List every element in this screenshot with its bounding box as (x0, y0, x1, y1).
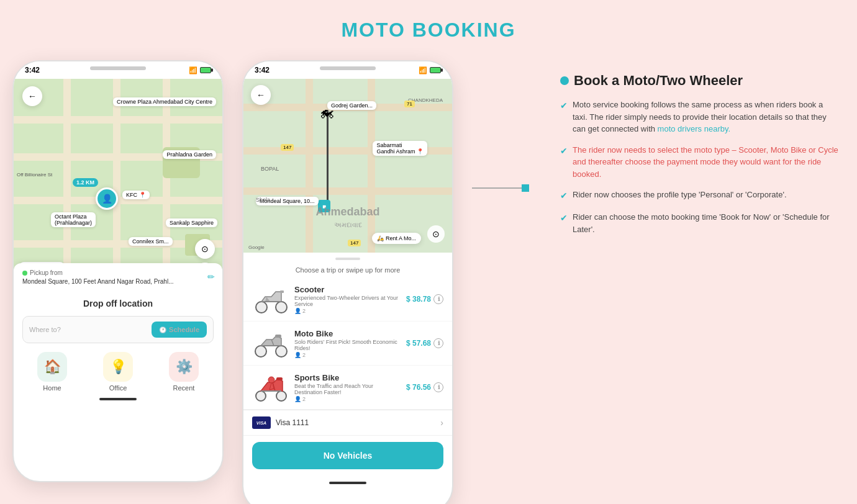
info-point-2-text: The rider now needs to select the moto t… (573, 144, 838, 181)
svg-point-6 (256, 391, 266, 401)
scooter-name: Scooter (294, 285, 401, 294)
phone1-map: Crowne Plaza Ahmedabad City Centre Prahl… (14, 79, 222, 290)
scooter-seats-count: 2 (302, 308, 306, 314)
location-pin: 👤 (96, 187, 118, 210)
map-label-connilex: Connilex Sm... (129, 237, 173, 246)
map2-bg: 🏍 ■ Godrej Garden... Mondeal Square, 10.… (243, 79, 452, 253)
map-road2 (306, 79, 313, 253)
wifi-icon: 📶 (189, 66, 197, 74)
location-btn[interactable]: ⊙ (195, 239, 215, 259)
bopal-label: BOPAL (261, 166, 279, 172)
edit-button[interactable]: ✏ (207, 272, 215, 282)
phone2-status-icons: 📶 (419, 66, 441, 74)
swipe-indicator (335, 258, 360, 260)
info-point-4: ✔ Rider can choose the moto booking time… (560, 211, 838, 235)
svg-point-4 (276, 346, 287, 357)
back-button2[interactable]: ← (251, 85, 271, 105)
godrej-label: Godrej Garden... (327, 101, 376, 110)
info-point-2: ✔ The rider now needs to select the moto… (560, 144, 838, 181)
map-label-sankalp: Sankalp Sapphire (166, 218, 217, 227)
highway-71: 71 (404, 101, 415, 107)
scooter-row[interactable]: Scooter Experienced Two-Wheeler Drivers … (243, 277, 452, 322)
sportsbike-info-icon[interactable]: ℹ (433, 382, 443, 392)
quick-loc-home[interactable]: 🏠 Home (37, 352, 67, 392)
distance-badge: 1.2 KM (73, 178, 98, 187)
main-content: 3:42 📶 Crowne Plaza Ahmedab (12, 60, 845, 504)
motobike-info: Moto Bike Solo Riders' First Pick! Smoot… (294, 329, 401, 358)
ahmedabad-guj: અમદાવાદ (334, 221, 362, 229)
person-icon: 👤 (102, 194, 112, 204)
info-point-1-text: Moto service booking follows the same pr… (573, 99, 838, 135)
payment-label: Visa 1111 (276, 418, 435, 427)
ashram-label: SabarmatiGandhi Ashram 📍 (373, 141, 427, 156)
phone2-notch: 3:42 📶 (243, 61, 452, 79)
svg-point-1 (276, 302, 287, 313)
home-label: Home (43, 384, 61, 392)
schedule-button[interactable]: 🕐 Schedule (152, 322, 207, 338)
highlight-red-2: The rider now needs to select the moto t… (573, 145, 838, 179)
connector-area (472, 184, 529, 192)
info-title-text: Book a Moto/Two Wheeler (574, 73, 743, 89)
rent-label: Rent A Mo... (386, 235, 416, 241)
scooter-desc: Experienced Two-Wheeler Drivers at Your … (294, 295, 401, 307)
motobike-seats: 👤 2 (294, 352, 401, 358)
map-label-octant: Octant Plaza(Prahladnagar) (51, 212, 96, 227)
trip-panel: Choose a trip or swipe up for more (243, 253, 452, 484)
motobike-row[interactable]: Moto Bike Solo Riders' First Pick! Smoot… (243, 322, 452, 366)
home-icon-container: 🏠 (37, 352, 67, 382)
phone2-map: 🏍 ■ Godrej Garden... Mondeal Square, 10.… (243, 79, 452, 253)
info-point-4-text: Rider can choose the moto booking time '… (573, 211, 838, 235)
info-points-list: ✔ Moto service booking follows the same … (560, 99, 838, 235)
book-button[interactable]: No Vehicles (252, 442, 443, 469)
scooter-price-value: $ 38.78 (406, 295, 431, 304)
phone1-status-icons: 📶 (189, 66, 211, 74)
page-title: MOTO BOOKING (341, 19, 515, 42)
highway-147-bottom: 147 (348, 240, 361, 246)
rent-bubble[interactable]: 🛵 Rent A Mo... (372, 233, 421, 244)
pickup-address: Mondeal Square, 100 Feet Anand Nagar Roa… (22, 278, 214, 285)
search-placeholder: Where to? (29, 326, 152, 333)
scooter-info-icon[interactable]: ℹ (433, 294, 443, 304)
phone1: 3:42 📶 Crowne Plaza Ahmedab (12, 60, 224, 482)
scooter-seats: 👤 2 (294, 308, 401, 314)
sportsbike-row[interactable]: Sports Bike Beat the Traffic and Reach Y… (243, 366, 452, 410)
phone2-time: 3:42 (255, 66, 270, 74)
back-button[interactable]: ← (22, 86, 42, 106)
highlight-teal-1: moto drivers nearby. (658, 124, 731, 133)
blue-dot-icon (560, 76, 569, 85)
route-line (327, 110, 329, 209)
payment-row[interactable]: VISA Visa 1111 › (243, 410, 452, 436)
sportsbike-price-value: $ 76.56 (406, 383, 431, 392)
svg-rect-2 (280, 290, 284, 293)
trip-header-text: Choose a trip or swipe up for more (296, 266, 401, 274)
sportsbike-info: Sports Bike Beat the Traffic and Reach Y… (294, 373, 401, 402)
sportsbike-image (252, 372, 289, 403)
phone1-notch-bar (90, 66, 146, 70)
quick-loc-recent[interactable]: ⚙️ Recent (169, 352, 199, 392)
location-center-btn[interactable]: ⊙ (427, 225, 445, 243)
scooter-price: $ 38.78 ℹ (406, 294, 443, 304)
quick-loc-office[interactable]: 💡 Office (103, 352, 133, 392)
pickup-label: Pickup from (22, 269, 214, 276)
motobike-seats-count: 2 (302, 352, 306, 358)
connector-line (472, 187, 522, 189)
search-bar[interactable]: Where to? 🕐 Schedule (22, 316, 214, 343)
sportsbike-desc: Beat the Traffic and Reach Your Destinat… (294, 383, 401, 395)
info-title: Book a Moto/Two Wheeler (560, 73, 838, 89)
chevron-right-icon: › (440, 418, 443, 428)
visa-icon: VISA (252, 416, 271, 429)
phone1-time: 3:42 (25, 66, 40, 74)
map-label-crowne: Crowne Plaza Ahmedabad City Centre (113, 97, 216, 106)
svg-point-9 (268, 377, 274, 383)
green-dot (22, 271, 27, 276)
info-point-3-text: Rider now chooses the profile type 'Pers… (573, 189, 787, 201)
motobike-image (252, 328, 289, 359)
motobike-price: $ 57.68 ℹ (406, 338, 443, 348)
svg-point-3 (255, 346, 266, 357)
highway-147: 147 (281, 144, 294, 151)
svg-point-0 (256, 302, 267, 313)
motobike-info-icon[interactable]: ℹ (433, 338, 443, 348)
map-road (63, 79, 71, 290)
map-label-kfc: KFC 📍 (122, 191, 150, 199)
check-icon-2: ✔ (560, 145, 568, 158)
